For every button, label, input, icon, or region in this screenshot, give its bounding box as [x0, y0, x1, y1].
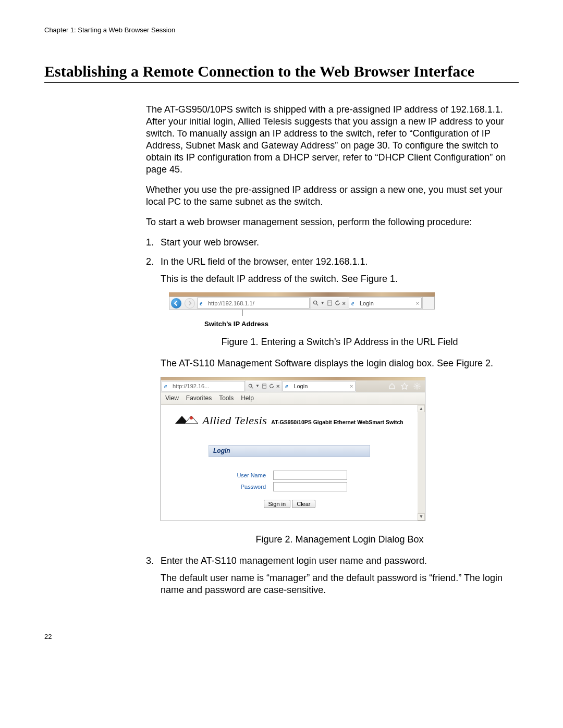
dropdown-icon[interactable]: ▼	[255, 384, 260, 389]
home-icon[interactable]	[388, 382, 396, 390]
ie-icon: e	[285, 383, 291, 389]
ie-icon: e	[200, 300, 206, 306]
svg-line-16	[414, 388, 415, 389]
figure-callout: Switch’s IP Address	[204, 320, 435, 329]
url-toolbar: ▼ ×	[310, 297, 348, 309]
dropdown-icon[interactable]: ▼	[321, 301, 325, 306]
scrollbar[interactable]	[418, 405, 425, 521]
brand-logo-icon	[175, 415, 198, 424]
close-icon[interactable]: ×	[416, 300, 419, 307]
search-icon[interactable]	[248, 384, 253, 389]
ie-icon: e	[351, 300, 358, 306]
svg-point-17	[190, 416, 193, 419]
refresh-icon[interactable]	[335, 300, 340, 306]
svg-line-5	[252, 387, 253, 389]
back-button[interactable]	[169, 297, 183, 309]
clear-button[interactable]: Clear	[292, 500, 315, 508]
svg-rect-6	[263, 384, 266, 388]
stop-icon[interactable]: ×	[342, 300, 346, 307]
menubar: View Favorites Tools Help	[161, 392, 425, 405]
svg-rect-2	[327, 301, 331, 305]
svg-line-14	[419, 388, 420, 389]
url-field[interactable]: e http://192.16...	[162, 381, 245, 391]
browser-address-bar: e http://192.168.1.1/ ▼	[169, 297, 435, 310]
paragraph: The AT-GS950/10PS switch is shipped with…	[146, 104, 519, 176]
arrow-right-icon	[188, 301, 192, 305]
svg-point-0	[313, 301, 316, 304]
password-input[interactable]	[273, 482, 347, 491]
svg-line-15	[419, 384, 420, 385]
menu-item[interactable]: Help	[241, 394, 254, 402]
step-item: In the URL field of the browser, enter 1…	[146, 256, 519, 546]
login-panel: Login User Name Password	[209, 445, 370, 513]
section-title: Establishing a Remote Connection to the …	[44, 63, 519, 80]
figure-1: e http://192.168.1.1/ ▼	[169, 292, 435, 329]
chapter-label: Chapter 1: Starting a Web Browser Sessio…	[44, 26, 519, 34]
menu-item[interactable]: Favorites	[186, 394, 212, 402]
svg-line-1	[316, 304, 318, 306]
step-subtext: The default user name is “manager” and t…	[161, 572, 519, 596]
url-field[interactable]: e http://192.168.1.1/	[197, 298, 310, 309]
figure-caption: Figure 2. Management Login Dialog Box	[161, 534, 519, 546]
step-text: In the URL field of the browser, enter 1…	[161, 256, 368, 267]
gear-icon[interactable]	[413, 382, 421, 390]
url-toolbar: ▼ ×	[246, 380, 282, 392]
brand-subtitle: AT-GS950/10PS Gigabit Ethernet WebSmart …	[271, 419, 403, 426]
step-item: Start your web browser.	[146, 237, 519, 249]
signin-button[interactable]: Sign in	[264, 500, 291, 508]
step-subtext: The AT-S110 Management Software displays…	[161, 357, 519, 369]
stop-icon[interactable]: ×	[276, 382, 279, 390]
close-icon[interactable]: ×	[350, 382, 353, 390]
svg-line-13	[414, 384, 415, 385]
brand-name: Allied Telesis	[202, 413, 267, 428]
figure-2: e http://192.16... ▼ × e Login	[161, 377, 425, 521]
compat-icon[interactable]	[262, 384, 267, 389]
ie-icon: e	[164, 383, 170, 389]
new-tab-button[interactable]	[422, 297, 434, 309]
forward-button[interactable]	[183, 297, 197, 309]
page-body: ▲ ▼ Allied Telesis AT-GS9	[161, 405, 425, 521]
tab-label: Login	[360, 300, 374, 307]
page-number: 22	[44, 633, 519, 640]
browser-chrome: e http://192.16... ▼ × e Login	[161, 380, 425, 392]
search-icon[interactable]	[313, 300, 319, 306]
title-rule	[44, 82, 519, 83]
paragraph: Whether you use the pre-assigned IP addr…	[146, 184, 519, 208]
step-item: Enter the AT-S110 management login user …	[146, 555, 519, 596]
login-heading: Login	[209, 445, 370, 457]
paragraph: To start a web browser management sessio…	[146, 216, 519, 228]
tab-label: Login	[293, 382, 308, 390]
step-text: Enter the AT-S110 management login user …	[161, 556, 427, 566]
svg-point-8	[416, 385, 418, 387]
url-text: http://192.16...	[173, 382, 209, 390]
step-text: Start your web browser.	[161, 237, 259, 248]
svg-point-4	[249, 384, 252, 387]
figure-caption: Figure 1. Entering a Switch’s IP Address…	[161, 336, 519, 348]
scroll-up-icon[interactable]: ▲	[418, 405, 425, 412]
refresh-icon[interactable]	[269, 384, 274, 389]
url-text: http://192.168.1.1/	[208, 300, 254, 307]
username-label: User Name	[209, 472, 273, 479]
menu-item[interactable]: View	[165, 394, 179, 402]
favorites-icon[interactable]	[401, 382, 408, 390]
username-input[interactable]	[273, 471, 347, 480]
step-subtext: This is the default IP address of the sw…	[161, 273, 519, 285]
compat-icon[interactable]	[327, 300, 333, 306]
arrow-left-icon	[174, 301, 179, 306]
password-label: Password	[209, 483, 273, 490]
browser-tab[interactable]: e Login ×	[283, 381, 356, 391]
browser-tab[interactable]: e Login ×	[349, 298, 422, 309]
scroll-down-icon[interactable]: ▼	[418, 513, 425, 521]
menu-item[interactable]: Tools	[219, 394, 234, 402]
